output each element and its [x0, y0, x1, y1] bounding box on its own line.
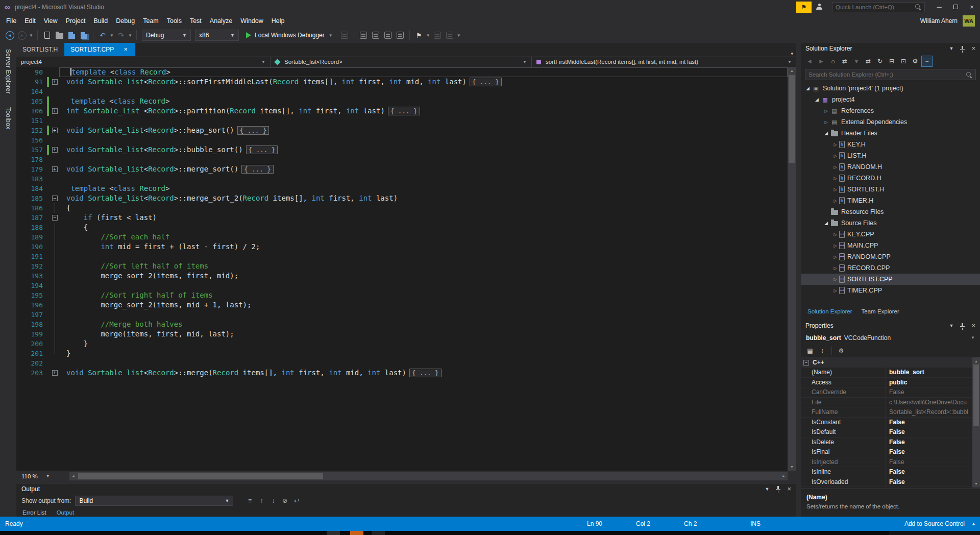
- code-line-151[interactable]: 151: [16, 116, 788, 126]
- sidebar-tab-server-explorer[interactable]: Server Explorer: [5, 49, 12, 94]
- tree-item-header-files[interactable]: ◢Header Files: [801, 128, 980, 139]
- scroll-up-icon[interactable]: ▲: [788, 67, 796, 75]
- scroll-down-icon[interactable]: ▼: [788, 463, 796, 471]
- panel-splitter[interactable]: [796, 43, 801, 517]
- expand-icon[interactable]: ▷: [831, 187, 839, 192]
- attach-to-process-icon[interactable]: [339, 29, 350, 41]
- code-line-104[interactable]: 104: [16, 87, 788, 96]
- property-value[interactable]: c:\Users\willi\OneDrive\Docu: [886, 398, 972, 407]
- code-line-152[interactable]: 152+void Sortable_list<Record>::heap_sor…: [16, 126, 788, 135]
- properties-icon[interactable]: ⚙: [910, 56, 921, 67]
- expand-icon[interactable]: ▷: [822, 109, 830, 113]
- collapse-region-icon[interactable]: −: [50, 193, 59, 203]
- quick-launch-input[interactable]: [836, 4, 915, 10]
- go-to-previous-message-icon[interactable]: ↑: [256, 496, 266, 506]
- editor-vertical-scrollbar[interactable]: ▲ ▼: [788, 67, 796, 471]
- expand-region-icon[interactable]: +: [50, 106, 59, 116]
- pin-icon[interactable]: [960, 45, 965, 52]
- property-value[interactable]: False: [886, 477, 972, 487]
- tool-tab-solution-explorer[interactable]: Solution Explorer: [803, 305, 857, 318]
- tree-item-random-h[interactable]: ▷hRANDOM.H: [801, 161, 980, 173]
- menu-debug[interactable]: Debug: [112, 15, 139, 27]
- close-button[interactable]: ×: [964, 0, 980, 14]
- new-file-icon[interactable]: [41, 29, 53, 41]
- code-line-183[interactable]: 183: [16, 174, 788, 184]
- scrollbar-thumb[interactable]: [789, 75, 795, 163]
- redo-icon[interactable]: ↷: [115, 29, 127, 41]
- show-all-files-icon[interactable]: ⊡: [898, 56, 909, 67]
- code-line-190[interactable]: 190 int mid = first + (last - first) / 2…: [16, 242, 788, 252]
- clear-all-icon[interactable]: ⊘: [280, 496, 290, 506]
- forward-icon[interactable]: ►: [816, 56, 827, 67]
- pending-changes-filter-icon[interactable]: ▼: [851, 56, 862, 67]
- home-icon[interactable]: ⌂: [827, 56, 839, 67]
- collapse-icon[interactable]: ◢: [822, 221, 830, 226]
- tree-item-timer-h[interactable]: ▷hTIMER.H: [801, 195, 980, 206]
- display-quick-info-icon[interactable]: [382, 29, 394, 41]
- property-value[interactable]: False: [886, 457, 972, 467]
- categorized-icon[interactable]: ▦: [805, 346, 815, 356]
- property-category-row[interactable]: − C++: [801, 357, 972, 368]
- menu-help[interactable]: Help: [267, 15, 289, 27]
- expand-icon[interactable]: ▷: [831, 232, 839, 237]
- undo-icon[interactable]: ↶: [97, 29, 108, 41]
- tree-item-resource-files[interactable]: Resource Files: [801, 206, 980, 217]
- code-line-105[interactable]: 105 template <class Record>: [16, 96, 788, 106]
- solution-explorer-search-box[interactable]: [805, 69, 976, 80]
- tree-item-project4[interactable]: ◢▦project4: [801, 94, 980, 105]
- menu-analyze[interactable]: Analyze: [206, 15, 236, 27]
- refresh-icon[interactable]: ↻: [874, 56, 886, 67]
- scroll-right-icon[interactable]: ►: [780, 472, 788, 480]
- expand-region-icon[interactable]: +: [50, 164, 59, 174]
- property-value[interactable]: False: [886, 387, 972, 397]
- collapse-category-icon[interactable]: −: [803, 360, 809, 366]
- scroll-left-icon[interactable]: ◄: [69, 472, 77, 480]
- code-line-179[interactable]: 179+void Sortable_list<Record>::merge_so…: [16, 164, 788, 174]
- sidebar-tab-toolbox[interactable]: Toolbox: [5, 107, 12, 129]
- solution-configurations-select[interactable]: Debug▼: [142, 30, 191, 41]
- pin-icon[interactable]: [960, 323, 965, 329]
- sync-with-active-document-icon[interactable]: ⇄: [863, 56, 874, 67]
- code-line-197[interactable]: 197: [16, 310, 788, 320]
- code-line-185[interactable]: 185−void Sortable_list<Record>::merge_so…: [16, 193, 788, 203]
- editor-horizontal-scrollbar[interactable]: ◄ ►: [69, 472, 788, 480]
- window-position-icon[interactable]: ▼: [765, 487, 769, 492]
- tree-item-sortlist-h[interactable]: ▷hSORTLIST.H: [801, 184, 980, 195]
- expand-icon[interactable]: ▷: [831, 277, 839, 282]
- output-source-select[interactable]: Build ▼: [75, 496, 233, 506]
- code-line-186[interactable]: 186{: [16, 203, 788, 213]
- dropdown-caret-icon[interactable]: ▼: [426, 29, 431, 41]
- code-line-192[interactable]: 192 //Sort left half of items: [16, 261, 788, 271]
- property-value[interactable]: False: [886, 418, 972, 427]
- window-position-icon[interactable]: ▼: [949, 46, 953, 51]
- code-line-196[interactable]: 196 merge_sort_2(items, mid + 1, last);: [16, 300, 788, 310]
- property-pages-icon[interactable]: ⚙: [836, 346, 846, 356]
- quick-launch-box[interactable]: [832, 2, 925, 12]
- tool-tab-team-explorer[interactable]: Team Explorer: [857, 305, 904, 318]
- dropdown-caret-icon[interactable]: ▼: [109, 29, 114, 41]
- menu-team[interactable]: Team: [139, 15, 163, 27]
- tree-item-list-h[interactable]: ▷hLIST.H: [801, 150, 980, 161]
- property-value[interactable]: False: [886, 447, 972, 457]
- property-value[interactable]: public: [886, 378, 972, 387]
- avatar[interactable]: WA: [963, 15, 975, 27]
- window-position-icon[interactable]: ▼: [949, 323, 953, 328]
- property-value[interactable]: False: [886, 437, 972, 447]
- close-icon[interactable]: ×: [787, 486, 791, 492]
- code-line-184[interactable]: 184 template <class Record>: [16, 184, 788, 193]
- code-line-106[interactable]: 106+int Sortable_list <Record>::partitio…: [16, 106, 788, 116]
- maximize-button[interactable]: [947, 0, 964, 14]
- taskbar-item[interactable]: [327, 531, 340, 535]
- collapse-icon[interactable]: ◢: [804, 86, 812, 91]
- tree-item-solution-project4-1-project[interactable]: ◢▣Solution 'project4' (1 project): [801, 83, 980, 94]
- tab-sortlist-cpp[interactable]: SORTLIST.CPP×: [64, 43, 135, 56]
- properties-object-select[interactable]: bubble_sort VCCodeFunction ▼: [801, 331, 980, 344]
- expand-region-icon[interactable]: +: [50, 145, 59, 155]
- menu-tools[interactable]: Tools: [163, 15, 186, 27]
- collapse-icon[interactable]: ◢: [822, 131, 830, 136]
- notifications-flag-icon[interactable]: ⚑: [796, 2, 812, 13]
- expand-icon[interactable]: ▷: [822, 120, 830, 125]
- navigate-backward-icon[interactable]: ◄: [4, 29, 15, 41]
- tree-item-references[interactable]: ▷▤References: [801, 105, 980, 116]
- property-value[interactable]: bubble_sort: [886, 368, 972, 377]
